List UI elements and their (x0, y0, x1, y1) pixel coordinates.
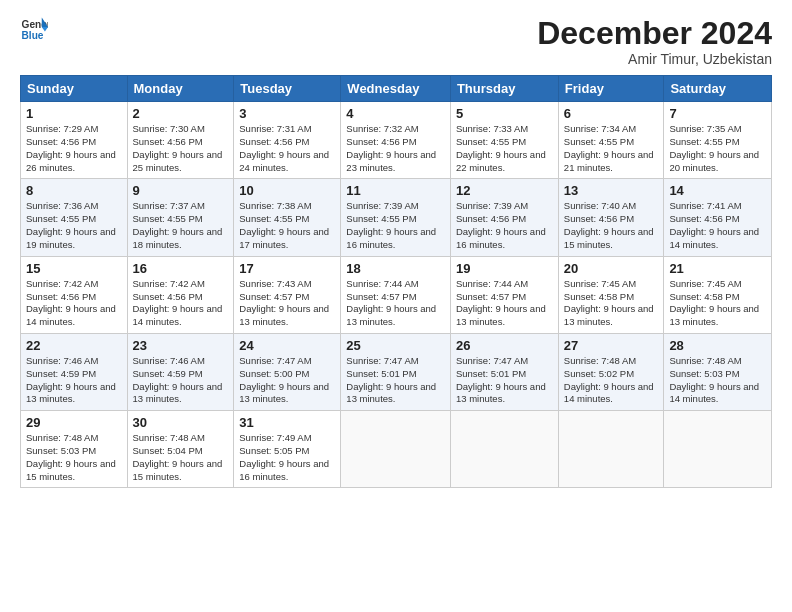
day-info: Sunrise: 7:39 AM Sunset: 4:56 PM Dayligh… (456, 200, 553, 251)
logo-icon: General Blue (20, 16, 48, 44)
logo: General Blue (20, 16, 48, 44)
calendar-header-monday: Monday (127, 76, 234, 102)
day-number: 8 (26, 183, 122, 198)
calendar-header-friday: Friday (558, 76, 664, 102)
calendar-cell: 4 Sunrise: 7:32 AM Sunset: 4:56 PM Dayli… (341, 102, 451, 179)
day-info: Sunrise: 7:36 AM Sunset: 4:55 PM Dayligh… (26, 200, 122, 251)
day-number: 9 (133, 183, 229, 198)
calendar-header-thursday: Thursday (450, 76, 558, 102)
day-number: 10 (239, 183, 335, 198)
day-number: 20 (564, 261, 659, 276)
day-number: 28 (669, 338, 766, 353)
day-info: Sunrise: 7:48 AM Sunset: 5:02 PM Dayligh… (564, 355, 659, 406)
calendar-cell: 15 Sunrise: 7:42 AM Sunset: 4:56 PM Dayl… (21, 256, 128, 333)
calendar-cell: 16 Sunrise: 7:42 AM Sunset: 4:56 PM Dayl… (127, 256, 234, 333)
day-number: 15 (26, 261, 122, 276)
day-info: Sunrise: 7:47 AM Sunset: 5:00 PM Dayligh… (239, 355, 335, 406)
day-info: Sunrise: 7:38 AM Sunset: 4:55 PM Dayligh… (239, 200, 335, 251)
day-number: 6 (564, 106, 659, 121)
day-number: 12 (456, 183, 553, 198)
day-number: 18 (346, 261, 445, 276)
calendar-cell: 2 Sunrise: 7:30 AM Sunset: 4:56 PM Dayli… (127, 102, 234, 179)
day-info: Sunrise: 7:31 AM Sunset: 4:56 PM Dayligh… (239, 123, 335, 174)
day-info: Sunrise: 7:39 AM Sunset: 4:55 PM Dayligh… (346, 200, 445, 251)
day-number: 2 (133, 106, 229, 121)
calendar-cell: 19 Sunrise: 7:44 AM Sunset: 4:57 PM Dayl… (450, 256, 558, 333)
day-number: 17 (239, 261, 335, 276)
day-number: 13 (564, 183, 659, 198)
day-info: Sunrise: 7:47 AM Sunset: 5:01 PM Dayligh… (346, 355, 445, 406)
calendar-cell: 30 Sunrise: 7:48 AM Sunset: 5:04 PM Dayl… (127, 411, 234, 488)
month-title: December 2024 (537, 16, 772, 51)
calendar-header-sunday: Sunday (21, 76, 128, 102)
calendar-cell: 18 Sunrise: 7:44 AM Sunset: 4:57 PM Dayl… (341, 256, 451, 333)
day-info: Sunrise: 7:35 AM Sunset: 4:55 PM Dayligh… (669, 123, 766, 174)
day-number: 29 (26, 415, 122, 430)
calendar-header-wednesday: Wednesday (341, 76, 451, 102)
day-info: Sunrise: 7:48 AM Sunset: 5:04 PM Dayligh… (133, 432, 229, 483)
calendar-cell: 9 Sunrise: 7:37 AM Sunset: 4:55 PM Dayli… (127, 179, 234, 256)
calendar-cell: 24 Sunrise: 7:47 AM Sunset: 5:00 PM Dayl… (234, 333, 341, 410)
day-number: 3 (239, 106, 335, 121)
calendar-cell: 26 Sunrise: 7:47 AM Sunset: 5:01 PM Dayl… (450, 333, 558, 410)
day-number: 11 (346, 183, 445, 198)
location-subtitle: Amir Timur, Uzbekistan (537, 51, 772, 67)
day-info: Sunrise: 7:34 AM Sunset: 4:55 PM Dayligh… (564, 123, 659, 174)
calendar-cell: 23 Sunrise: 7:46 AM Sunset: 4:59 PM Dayl… (127, 333, 234, 410)
day-number: 19 (456, 261, 553, 276)
day-number: 25 (346, 338, 445, 353)
day-info: Sunrise: 7:33 AM Sunset: 4:55 PM Dayligh… (456, 123, 553, 174)
day-number: 4 (346, 106, 445, 121)
calendar-cell: 10 Sunrise: 7:38 AM Sunset: 4:55 PM Dayl… (234, 179, 341, 256)
day-number: 24 (239, 338, 335, 353)
calendar-cell: 25 Sunrise: 7:47 AM Sunset: 5:01 PM Dayl… (341, 333, 451, 410)
calendar-cell: 3 Sunrise: 7:31 AM Sunset: 4:56 PM Dayli… (234, 102, 341, 179)
calendar-cell (450, 411, 558, 488)
day-number: 5 (456, 106, 553, 121)
calendar-header-tuesday: Tuesday (234, 76, 341, 102)
calendar-cell: 17 Sunrise: 7:43 AM Sunset: 4:57 PM Dayl… (234, 256, 341, 333)
calendar-cell: 31 Sunrise: 7:49 AM Sunset: 5:05 PM Dayl… (234, 411, 341, 488)
day-info: Sunrise: 7:41 AM Sunset: 4:56 PM Dayligh… (669, 200, 766, 251)
day-number: 31 (239, 415, 335, 430)
calendar-cell: 29 Sunrise: 7:48 AM Sunset: 5:03 PM Dayl… (21, 411, 128, 488)
day-info: Sunrise: 7:48 AM Sunset: 5:03 PM Dayligh… (26, 432, 122, 483)
calendar-cell: 1 Sunrise: 7:29 AM Sunset: 4:56 PM Dayli… (21, 102, 128, 179)
day-info: Sunrise: 7:42 AM Sunset: 4:56 PM Dayligh… (26, 278, 122, 329)
day-info: Sunrise: 7:30 AM Sunset: 4:56 PM Dayligh… (133, 123, 229, 174)
day-info: Sunrise: 7:40 AM Sunset: 4:56 PM Dayligh… (564, 200, 659, 251)
day-number: 30 (133, 415, 229, 430)
calendar-cell: 20 Sunrise: 7:45 AM Sunset: 4:58 PM Dayl… (558, 256, 664, 333)
page-header: General Blue December 2024 Amir Timur, U… (20, 16, 772, 67)
day-number: 21 (669, 261, 766, 276)
day-number: 16 (133, 261, 229, 276)
calendar-cell (664, 411, 772, 488)
calendar-cell: 12 Sunrise: 7:39 AM Sunset: 4:56 PM Dayl… (450, 179, 558, 256)
calendar-cell: 27 Sunrise: 7:48 AM Sunset: 5:02 PM Dayl… (558, 333, 664, 410)
calendar-cell: 11 Sunrise: 7:39 AM Sunset: 4:55 PM Dayl… (341, 179, 451, 256)
day-info: Sunrise: 7:44 AM Sunset: 4:57 PM Dayligh… (456, 278, 553, 329)
day-number: 23 (133, 338, 229, 353)
day-info: Sunrise: 7:48 AM Sunset: 5:03 PM Dayligh… (669, 355, 766, 406)
day-number: 7 (669, 106, 766, 121)
calendar-cell: 14 Sunrise: 7:41 AM Sunset: 4:56 PM Dayl… (664, 179, 772, 256)
day-number: 27 (564, 338, 659, 353)
day-info: Sunrise: 7:45 AM Sunset: 4:58 PM Dayligh… (564, 278, 659, 329)
day-info: Sunrise: 7:43 AM Sunset: 4:57 PM Dayligh… (239, 278, 335, 329)
calendar-cell: 5 Sunrise: 7:33 AM Sunset: 4:55 PM Dayli… (450, 102, 558, 179)
svg-text:Blue: Blue (22, 30, 44, 41)
calendar-cell (558, 411, 664, 488)
calendar-cell: 28 Sunrise: 7:48 AM Sunset: 5:03 PM Dayl… (664, 333, 772, 410)
title-block: December 2024 Amir Timur, Uzbekistan (537, 16, 772, 67)
day-info: Sunrise: 7:32 AM Sunset: 4:56 PM Dayligh… (346, 123, 445, 174)
day-info: Sunrise: 7:46 AM Sunset: 4:59 PM Dayligh… (26, 355, 122, 406)
day-number: 14 (669, 183, 766, 198)
calendar-cell: 21 Sunrise: 7:45 AM Sunset: 4:58 PM Dayl… (664, 256, 772, 333)
day-info: Sunrise: 7:47 AM Sunset: 5:01 PM Dayligh… (456, 355, 553, 406)
day-info: Sunrise: 7:46 AM Sunset: 4:59 PM Dayligh… (133, 355, 229, 406)
calendar-header-saturday: Saturday (664, 76, 772, 102)
day-info: Sunrise: 7:42 AM Sunset: 4:56 PM Dayligh… (133, 278, 229, 329)
calendar-cell: 6 Sunrise: 7:34 AM Sunset: 4:55 PM Dayli… (558, 102, 664, 179)
calendar-cell: 22 Sunrise: 7:46 AM Sunset: 4:59 PM Dayl… (21, 333, 128, 410)
day-info: Sunrise: 7:29 AM Sunset: 4:56 PM Dayligh… (26, 123, 122, 174)
